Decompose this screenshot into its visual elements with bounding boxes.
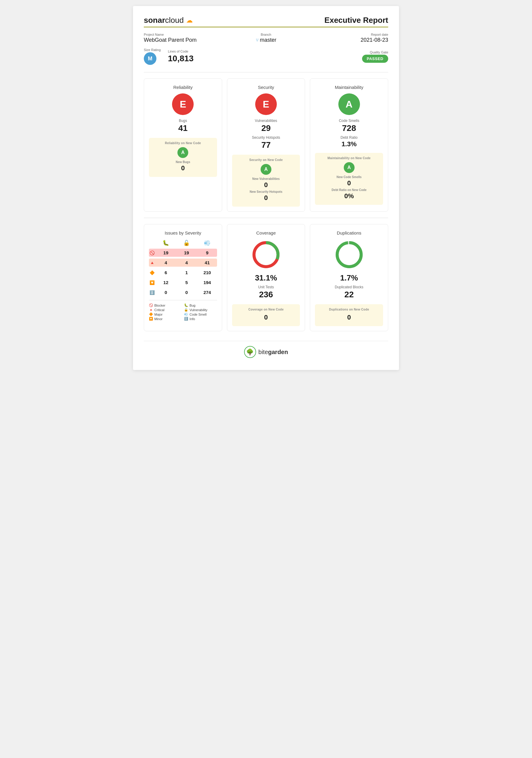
unit-tests-label: Unit Tests [258,285,274,289]
loc-label: Lines of Code [168,50,194,53]
info-vulns: 0 [177,288,196,296]
footer: 🌳 bitegarden [144,341,388,358]
project-name: WebGoat Parent Pom [144,37,231,43]
quality-gate-badge: PASSED [362,55,388,63]
duplications-new-code-box: Duplications on New Code 0 [315,304,383,326]
hotspots-label: Security Hotspots [252,135,280,140]
legend-blocker: 🚫 Blocker [149,303,182,307]
new-smells-value: 0 [348,179,351,187]
smells-value: 728 [342,123,356,133]
branch-icon: ⑂ [256,38,259,43]
legend-codesmell-icon: 💨 [184,312,188,316]
logo-sonar: sonarcloud [144,16,184,25]
dup-blocks-label: Duplicated Blocks [335,285,363,289]
footer-logo: 🌳 [244,346,256,358]
duplications-pct: 1.7% [340,273,358,283]
issues-row-critical: 🔺 4 4 41 [149,258,217,267]
maintainability-title: Maintainability [335,85,363,90]
maintainability-grade: A [338,93,360,115]
major-vulns: 1 [177,268,196,277]
bug-col-icon: 🐛 [156,240,176,246]
dup-blocks-value: 22 [344,290,354,299]
major-smells: 210 [198,268,217,277]
branch-label: Branch [261,33,271,36]
size-row: Size Rating M Lines of Code 10,813 Quali… [144,48,388,65]
legend-minor-icon: 🔽 [149,317,153,321]
coverage-pct: 31.1% [255,273,277,283]
bugs-value: 41 [178,123,188,133]
security-new-code-grade: A [261,164,271,175]
info-icon: ℹ️ [149,290,155,295]
header-divider [144,27,388,27]
new-smells-label: New Code Smells [337,175,361,179]
legend-critical: 🔺 Critical [149,308,182,312]
coverage-new-code-value: 0 [264,314,268,321]
minor-vulns: 5 [177,278,196,287]
coverage-new-code-title: Coverage on New Code [248,308,284,311]
reliability-new-code-grade: A [178,147,188,158]
branch-row: ⑂ master [256,37,277,43]
project-block: Project Name WebGoat Parent Pom [144,33,231,43]
hotspots-value: 77 [261,140,271,150]
issues-row-blocker: 🚫 19 19 9 [149,249,217,257]
branch-block: Branch ⑂ master [231,33,301,43]
maintainability-new-code-grade: A [344,162,354,173]
critical-bugs: 4 [156,258,176,267]
loc-block: Lines of Code 10,813 [168,50,194,63]
maintainability-new-code-box: Maintainability on New Code A New Code S… [315,153,383,205]
new-debt-value: 0% [344,192,354,200]
legend-minor: 🔽 Minor [149,317,182,321]
legend-major: 🔶 Major [149,312,182,316]
quality-gate-block: Quality Gate PASSED [362,51,388,63]
legend-vulnerability-icon: 🔓 [184,308,188,312]
report-date-label: Report date [371,33,388,36]
new-vuln-value: 0 [264,181,268,189]
critical-smells: 41 [198,258,217,267]
critical-icon: 🔺 [149,260,155,265]
logo-text: sonarcloud [144,16,184,25]
issues-title: Issues by Severity [149,230,217,235]
legend-critical-label: Critical [154,308,165,312]
reliability-new-code-box: Reliability on New Code A New Bugs 0 [149,138,217,177]
coverage-title: Coverage [256,230,276,235]
coverage-donut [251,240,281,270]
major-bugs: 6 [156,268,176,277]
legend-vulnerability: 🔓 Vulnerability [184,308,217,312]
unit-tests-value: 236 [259,290,273,299]
legend-vulnerability-label: Vulnerability [189,308,208,312]
duplications-donut-svg [334,240,364,270]
security-new-code-box: Security on New Code A New Vulnerabiliti… [232,155,300,207]
duplications-new-code-title: Duplications on New Code [329,308,369,311]
issues-card: Issues by Severity 🐛 🔓 💨 🚫 19 19 9 🔺 4 4… [144,224,222,331]
new-hotspots-label: New Security Hotspots [250,190,283,193]
header: sonarcloud ☁ Executive Report [144,16,388,25]
issues-row-minor: 🔽 12 5 194 [149,278,217,287]
size-badge: M [144,52,156,65]
coverage-new-code-box: Coverage on New Code 0 [232,304,300,326]
coverage-donut-svg [251,240,281,270]
legend-blocker-icon: 🚫 [149,303,153,307]
blocker-vulns: 19 [177,249,196,257]
size-rating-label: Size Rating [144,48,161,52]
legend-bug-icon: 🐛 [184,303,188,307]
reliability-card: Reliability E Bugs 41 Reliability on New… [144,78,222,212]
branch-name: master [260,37,277,43]
debt-label: Debt Ratio [341,135,357,140]
report-page: sonarcloud ☁ Executive Report Project Na… [133,6,399,370]
coverage-card: Coverage 31.1% Unit Tests 236 Coverage o… [227,224,305,331]
blocker-icon: 🚫 [149,251,155,255]
legend-codesmell-label: Code Smell [189,313,207,316]
legend-major-icon: 🔶 [149,312,153,316]
duplications-donut [334,240,364,270]
legend-blocker-label: Blocker [154,304,165,307]
meta-row: Project Name WebGoat Parent Pom Branch ⑂… [144,33,388,43]
legend-critical-icon: 🔺 [149,308,153,312]
blocker-smells: 9 [198,249,217,257]
logo-cloud-icon: ☁ [186,17,193,24]
minor-icon: 🔽 [149,280,155,285]
vuln-label: Vulnerabilities [255,119,277,123]
legend-major-label: Major [154,313,163,316]
loc-value: 10,813 [168,54,194,63]
legend-info-label: Info [189,317,195,321]
reliability-title: Reliability [173,85,192,90]
